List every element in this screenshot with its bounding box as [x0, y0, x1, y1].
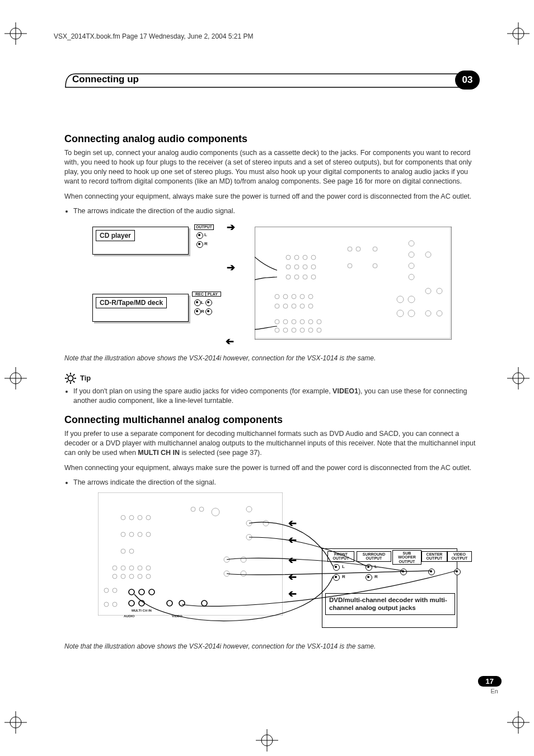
svg-point-112	[246, 520, 252, 526]
svg-point-42	[300, 304, 305, 308]
svg-point-41	[292, 304, 296, 308]
svg-point-94	[113, 566, 117, 570]
section-heading-analog: Connecting analog audio components	[64, 133, 479, 145]
figure-analog-connections: CD player OUTPUT L R CD-R/Tape/MD deck R…	[92, 221, 479, 350]
svg-rect-21	[255, 227, 451, 339]
arrow-left-icon: ➔	[288, 534, 297, 546]
svg-point-67	[408, 296, 415, 303]
svg-point-71	[437, 288, 442, 294]
cd-output-label: OUTPUT	[194, 224, 214, 230]
svg-point-87	[146, 515, 151, 520]
rec-label: REC	[194, 292, 206, 296]
svg-point-43	[308, 304, 313, 308]
svg-point-73	[437, 311, 442, 316]
section2-para1-before: If you prefer to use a separate componen…	[64, 430, 475, 457]
surround-output-label: SURROUND OUTPUT	[357, 551, 391, 562]
multi-ch-in-label: MULTI CH IN	[132, 609, 152, 612]
svg-point-100	[121, 574, 125, 579]
subwoofer-output-label: SUB WOOFER OUTPUT	[392, 550, 421, 565]
cdr-deck-label: CD-R/Tape/MD deck	[96, 297, 167, 308]
l-label: L	[201, 300, 204, 305]
chapter-title: Connecting up	[72, 74, 139, 85]
svg-point-124	[167, 600, 172, 606]
cd-player-label: CD player	[96, 230, 135, 241]
svg-point-74	[68, 375, 73, 381]
center-output-label: CENTER OUTPUT	[421, 551, 447, 562]
decoder-label: DVD/multi-channel decoder with multi-cha…	[325, 593, 455, 615]
svg-point-54	[308, 328, 313, 332]
chapter-header: Connecting up 03	[64, 73, 479, 88]
front-output-label: FRONT OUTPUT	[327, 551, 354, 562]
svg-point-121	[149, 589, 154, 595]
svg-point-96	[129, 566, 134, 570]
svg-point-47	[300, 320, 305, 324]
svg-point-86	[138, 515, 142, 520]
svg-point-114	[263, 520, 269, 526]
receiver-panel-illustration	[255, 227, 451, 339]
svg-point-56	[348, 247, 352, 251]
svg-point-53	[300, 328, 305, 332]
svg-point-104	[104, 588, 109, 593]
crop-mark-icon	[256, 729, 278, 752]
crop-mark-icon	[507, 367, 530, 389]
svg-point-23	[294, 255, 299, 260]
svg-point-92	[121, 549, 125, 553]
svg-point-101	[129, 574, 134, 579]
svg-point-66	[397, 296, 404, 303]
gear-icon	[64, 372, 77, 384]
svg-point-45	[283, 320, 288, 324]
svg-point-106	[104, 602, 109, 607]
figure1-caption: Note that the illustration above shows t…	[64, 354, 479, 362]
svg-point-64	[409, 274, 414, 280]
page-number-badge: 17	[478, 676, 502, 687]
svg-point-48	[308, 320, 313, 324]
svg-point-38	[308, 294, 313, 299]
svg-point-58	[373, 247, 377, 251]
svg-point-120	[139, 589, 144, 595]
svg-point-33	[311, 275, 316, 279]
section-heading-multichannel: Connecting multichannel analog component…	[64, 414, 479, 426]
svg-point-103	[146, 574, 151, 579]
svg-line-80	[73, 381, 75, 382]
svg-point-35	[283, 294, 288, 299]
section2-para1: If you prefer to use a separate componen…	[64, 429, 479, 458]
svg-point-68	[397, 310, 404, 317]
tip-text-before: If you don't plan on using the spare aud…	[73, 387, 332, 395]
page-language: En	[478, 688, 502, 694]
r-label: R	[374, 574, 378, 579]
svg-point-115	[224, 557, 229, 562]
svg-point-40	[283, 304, 288, 308]
crop-mark-icon	[507, 22, 530, 45]
section2-para2: When connecting your equipment, always m…	[64, 463, 479, 473]
arrow-left-icon: ➔	[288, 588, 297, 600]
svg-point-109	[199, 507, 204, 511]
svg-point-72	[425, 311, 431, 316]
l-label: L	[204, 232, 207, 237]
arrow-right-icon: ➔	[227, 261, 235, 274]
section1-bullet: The arrows indicate the direction of the…	[73, 206, 479, 217]
chapter-number-badge: 03	[455, 71, 480, 90]
section1-para1: To begin set up, connect your analog aud…	[64, 148, 479, 186]
l-label: L	[374, 564, 377, 569]
svg-point-99	[113, 574, 117, 579]
svg-point-59	[348, 264, 352, 268]
svg-point-22	[286, 255, 291, 260]
svg-point-57	[356, 247, 360, 251]
svg-point-107	[113, 602, 117, 607]
svg-point-51	[283, 328, 288, 332]
svg-point-31	[294, 275, 299, 279]
svg-point-113	[246, 534, 252, 540]
svg-point-52	[292, 328, 296, 332]
svg-point-108	[191, 507, 195, 511]
svg-point-24	[303, 255, 307, 260]
svg-point-49	[317, 320, 321, 324]
svg-point-37	[300, 294, 305, 299]
svg-point-69	[408, 310, 415, 317]
svg-point-102	[138, 574, 142, 579]
l-label: L	[342, 564, 345, 569]
svg-point-118	[241, 571, 246, 576]
figure-multichannel-connections: MULTI CH IN AUDIO VIDEO ➔ ➔ ➔ ➔ ➔ FRONT …	[92, 492, 479, 638]
svg-point-116	[224, 571, 229, 576]
crop-mark-icon	[4, 22, 27, 45]
svg-point-26	[286, 265, 291, 269]
